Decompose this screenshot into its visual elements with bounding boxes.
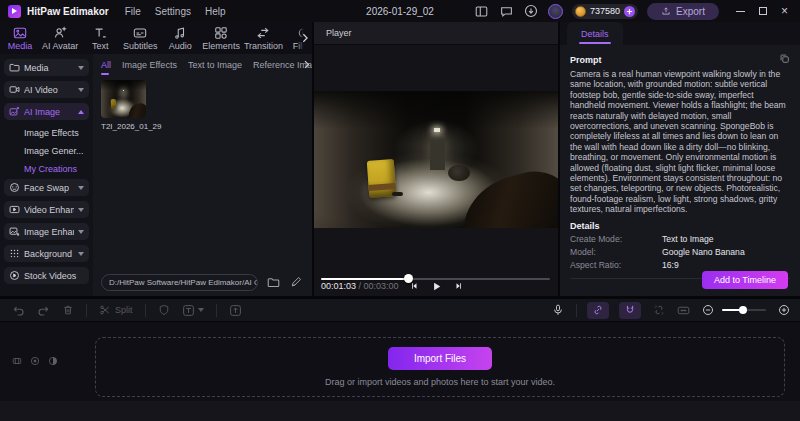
media-item-thumbnail[interactable] [101,80,146,118]
media-tab-all[interactable]: All [101,60,111,70]
sidebar-item-background[interactable]: Background [4,245,89,262]
fit-timeline-button[interactable] [677,304,690,317]
feedback-icon[interactable] [498,3,514,19]
details-body: Prompt Camera is a real human viewpoint … [560,45,800,279]
ribbon-tabs: Media AI Avatar Text Subtitles Audio Ele… [0,22,312,54]
tab-subtitles-label: Subtitles [123,41,158,51]
sidebar-item-label: Video Enhance [24,205,74,215]
sidebar-item-media[interactable]: Media [4,59,89,76]
tab-media-label: Media [8,41,33,51]
media-tabs-scroll-right-icon[interactable] [303,60,310,71]
tab-audio[interactable]: Audio [160,26,200,51]
menu-settings[interactable]: Settings [155,6,191,17]
add-to-timeline-button[interactable]: Add to Timeline [702,271,788,289]
tab-transition[interactable]: Transition [242,26,285,51]
field-label: Create Mode: [570,234,662,244]
record-voiceover-button[interactable] [552,304,564,316]
tab-details[interactable]: Details [567,22,623,45]
link-clips-button[interactable] [587,302,609,319]
spongebob-figure [366,159,395,198]
edit-path-icon[interactable] [288,274,304,290]
zoom-slider-handle[interactable] [739,306,747,314]
menu-help[interactable]: Help [205,6,226,17]
scene-lamp [434,128,440,132]
export-button[interactable]: Export [647,3,719,20]
media-panel-footer: D:/HitPaw Software/HitPaw Edimakor/AI Ge… [93,268,312,296]
timeline: Import Files Drag or import videos and p… [0,322,800,421]
undo-button[interactable] [12,304,25,317]
previous-frame-icon[interactable] [409,281,419,291]
tab-elements[interactable]: Elements [200,26,242,51]
tab-ai-avatar[interactable]: AI Avatar [40,26,80,51]
sidebar-item-video-enhance[interactable]: Video Enhance [4,201,89,218]
tab-text[interactable]: Text [80,26,120,51]
timeline-zoom-slider[interactable] [722,305,766,315]
media-tab-text-to-image[interactable]: Text to Image [188,60,242,70]
minimize-icon[interactable] [736,11,745,12]
delete-button[interactable] [62,304,74,316]
split-button[interactable]: Split [99,304,133,316]
player-panel: Player 00:01:03 / 00:03:00 [314,22,558,296]
track-visibility-icon[interactable] [30,356,40,366]
menu-file[interactable]: File [125,6,141,17]
save-path-field[interactable]: D:/HitPaw Software/HitPaw Edimakor/AI Ge… [101,274,258,291]
tab-media[interactable]: Media [0,26,40,51]
credits-badge[interactable]: 737580 [572,4,638,19]
preview-scene [314,91,558,228]
sidebar-item-label: AI Video [24,85,74,95]
image-enhance-icon [9,226,20,237]
track-film-icon[interactable] [12,356,22,366]
timeline-toolbar: Split [0,298,800,322]
tab-subtitles[interactable]: Subtitles [120,26,160,51]
user-avatar[interactable] [548,4,563,19]
ai-image-icon [9,106,20,117]
field-label: Model: [570,247,662,257]
sidebar-item-image-enhance[interactable]: Image Enhance [4,223,89,240]
current-time: 00:01:03 [321,281,356,291]
layout-icon[interactable] [473,3,489,19]
unlink-clips-button[interactable] [653,304,665,316]
next-frame-icon[interactable] [454,281,464,291]
play-icon[interactable] [431,281,442,292]
import-dropzone[interactable]: Import Files Drag or import videos and p… [95,337,785,397]
credits-count: 737580 [590,6,620,16]
media-tab-image-effects[interactable]: Image Effects [122,60,177,70]
track-contrast-icon[interactable] [48,356,58,366]
zoom-in-button[interactable] [778,304,790,316]
copy-icon[interactable] [779,53,790,66]
ribbon-scroll-right-icon[interactable] [298,22,312,54]
detail-row-aspect-ratio: Aspect Ratio: 16:9 [570,260,790,270]
thumbnail-scene [101,80,146,118]
sidebar-item-image-effects[interactable]: Image Effects [4,125,89,141]
sidebar-item-image-generation[interactable]: Image Gener... [4,143,89,159]
redo-button[interactable] [37,304,50,317]
text-tool-button[interactable] [182,304,204,317]
add-credits-button[interactable] [624,6,635,17]
import-files-button[interactable]: Import Files [388,347,492,370]
download-icon[interactable] [523,3,539,19]
chevron-down-icon [78,230,84,234]
prompt-text: Camera is a real human viewpoint walking… [570,69,790,215]
sidebar-item-my-creations[interactable]: My Creations [4,161,89,177]
tab-audio-label: Audio [169,41,192,51]
chevron-down-icon [78,208,84,212]
sidebar-item-label: Face Swap [24,183,74,193]
spongebob-leg [392,192,403,196]
marker-button[interactable] [158,304,170,316]
sidebar-item-ai-video[interactable]: AI Video [4,81,89,98]
media-panel-tabs: All Image Effects Text to Image Referenc… [93,54,312,76]
sidebar-item-ai-image[interactable]: AI Image [4,103,89,120]
magnet-snap-button[interactable] [619,302,641,319]
sidebar-item-face-swap[interactable]: Face Swap [4,179,89,196]
close-icon[interactable]: × [781,7,788,15]
snapshot-button[interactable] [229,304,242,317]
maximize-icon[interactable] [759,7,767,15]
open-folder-icon[interactable] [265,274,281,290]
zoom-out-button[interactable] [702,304,714,316]
tab-transition-label: Transition [244,41,283,51]
transition-icon [256,26,270,40]
media-item[interactable]: T2I_2026_01_29 [101,80,304,131]
player-controls: 00:01:03 / 00:03:00 [314,278,558,294]
menu-bar: File Settings Help [125,6,226,17]
sidebar-item-stock-videos[interactable]: Stock Videos [4,267,89,284]
